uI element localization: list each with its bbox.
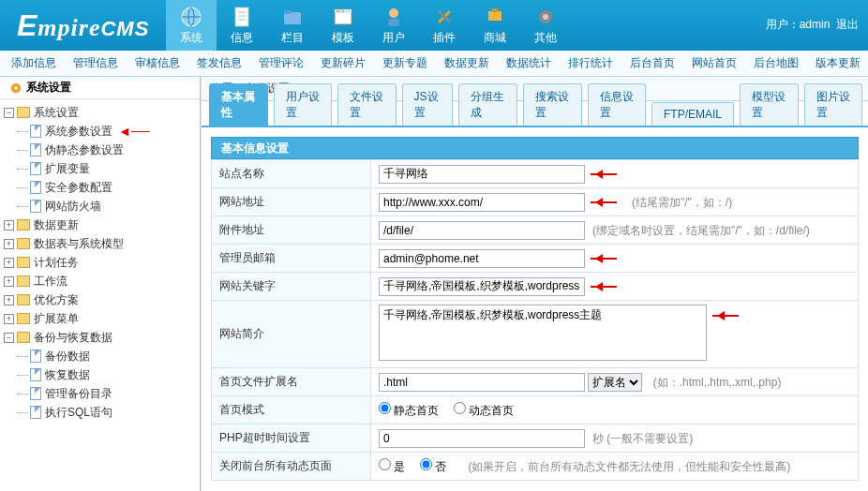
svg-rect-15: [492, 8, 498, 12]
top-menu: 系统 信息 栏目 模板 用户 插件 商城 其他: [166, 0, 571, 51]
input-sitename[interactable]: [379, 165, 585, 184]
tree-leaf[interactable]: 恢复数据: [17, 365, 200, 384]
folder-icon: [279, 6, 306, 28]
expand-icon[interactable]: +: [4, 220, 14, 231]
label-sitename: 站点名称: [212, 160, 371, 188]
svg-point-11: [342, 10, 344, 12]
radio-close-no[interactable]: 否: [420, 460, 446, 473]
folder-icon: [17, 219, 30, 231]
input-keywords[interactable]: [379, 277, 585, 296]
expand-icon[interactable]: +: [4, 295, 14, 305]
logout-link[interactable]: 退出: [836, 18, 859, 31]
tree-root[interactable]: +工作流: [4, 272, 200, 290]
tree-leaf[interactable]: 伪静态参数设置: [17, 141, 200, 159]
subnav-item[interactable]: 审核信息: [135, 55, 180, 71]
input-description[interactable]: [379, 305, 707, 361]
radio-dynamic[interactable]: 动态首页: [454, 404, 514, 417]
subnav-item[interactable]: 版本更新: [816, 55, 861, 71]
label-adminemail: 管理员邮箱: [212, 245, 371, 273]
menu-other[interactable]: 其他: [520, 0, 571, 51]
input-indexext[interactable]: [379, 373, 585, 392]
input-adminemail[interactable]: [379, 249, 585, 268]
tree-leaf[interactable]: 管理备份目录: [17, 384, 200, 403]
input-phptimeout[interactable]: [379, 429, 585, 448]
subnav-item[interactable]: 管理信息: [73, 55, 118, 71]
settings-tabs: 基本属性用户设置文件设置JS设置分组生成搜索设置信息设置FTP/EMAIL模型设…: [202, 101, 868, 127]
tab-8[interactable]: 模型设置: [740, 83, 799, 126]
menu-user[interactable]: 用户: [368, 0, 419, 51]
tree-leaf[interactable]: 网站防火墙: [17, 197, 200, 216]
tree-leaf[interactable]: 备份数据: [17, 347, 200, 365]
radio-static[interactable]: 静态首页: [379, 404, 439, 417]
tab-6[interactable]: 信息设置: [588, 83, 647, 126]
header-bar: EmpireCMS 系统 信息 栏目 模板 用户 插件 商城: [0, 0, 868, 51]
menu-column[interactable]: 栏目: [267, 0, 318, 51]
settings-icon: [9, 82, 22, 95]
select-ext[interactable]: 扩展名: [588, 373, 642, 392]
subnav-item[interactable]: 后台地图: [754, 55, 799, 71]
radio-close-yes[interactable]: 是: [379, 460, 405, 473]
tab-4[interactable]: 分组生成: [458, 83, 517, 126]
menu-shop[interactable]: 商城: [470, 0, 520, 51]
subnav-item[interactable]: 数据更新: [444, 55, 489, 71]
tab-9[interactable]: 图片设置: [804, 83, 863, 126]
tab-1[interactable]: 用户设置: [274, 83, 333, 126]
svg-point-19: [14, 86, 18, 90]
input-siteurl[interactable]: [379, 193, 585, 212]
svg-rect-13: [388, 19, 399, 26]
menu-system[interactable]: 系统: [166, 0, 217, 51]
subnav-item[interactable]: 添加信息: [11, 55, 56, 71]
settings-form: 站点名称 网站地址 (结尾需加"/"，如：/) 附件地址 (绑定域名时设置，结尾…: [211, 159, 859, 481]
svg-rect-6: [284, 10, 292, 14]
tab-0[interactable]: 基本属性: [209, 83, 268, 126]
svg-point-10: [339, 10, 341, 12]
tree-root[interactable]: +扩展菜单: [4, 309, 200, 328]
gear-icon: [532, 6, 559, 28]
tree-leaf[interactable]: 扩展变量: [17, 159, 200, 178]
menu-template[interactable]: 模板: [318, 0, 368, 51]
tree-root[interactable]: +数据表与系统模型: [4, 234, 200, 253]
collapse-icon[interactable]: −: [4, 108, 14, 118]
expand-icon[interactable]: +: [4, 258, 14, 268]
expand-icon[interactable]: +: [4, 314, 14, 324]
page-icon: [30, 125, 41, 138]
subnav-item[interactable]: 更新专题: [382, 55, 427, 71]
subnav-item[interactable]: 数据统计: [506, 55, 551, 71]
tree-root-sysset[interactable]: − 系统设置: [4, 103, 200, 122]
tree-root-backup[interactable]: − 备份与恢复数据: [4, 328, 200, 347]
tree-root[interactable]: +数据更新: [4, 216, 200, 234]
tree-leaf[interactable]: 系统参数设置◄──: [17, 122, 200, 141]
svg-point-9: [337, 10, 338, 12]
tree-leaf[interactable]: 安全参数配置: [17, 178, 200, 197]
tab-7[interactable]: FTP/EMAIL: [651, 102, 734, 126]
subnav-item[interactable]: 管理评论: [259, 55, 304, 71]
page-icon: [30, 368, 41, 381]
tab-2[interactable]: 文件设置: [337, 83, 397, 126]
expand-icon[interactable]: +: [4, 239, 14, 249]
subnav-item[interactable]: 更新碎片: [321, 55, 366, 71]
svg-point-12: [389, 8, 398, 18]
globe-icon: [178, 6, 204, 28]
label-closefront: 关闭前台所有动态页面: [212, 453, 371, 481]
subnav-item[interactable]: 后台首页: [630, 55, 675, 71]
tree-root[interactable]: +优化方案: [4, 290, 200, 309]
menu-plugin[interactable]: 插件: [419, 0, 470, 51]
collapse-icon[interactable]: −: [4, 333, 14, 343]
subnav-item[interactable]: 网站首页: [692, 55, 737, 71]
section-title: 基本信息设置: [211, 137, 859, 159]
svg-rect-1: [235, 7, 248, 26]
expand-icon[interactable]: +: [4, 276, 14, 287]
subnav-item[interactable]: 排行统计: [568, 55, 613, 71]
label-phptimeout: PHP超时时间设置: [212, 424, 371, 453]
tab-5[interactable]: 搜索设置: [523, 83, 582, 126]
tree-root[interactable]: +计划任务: [4, 253, 200, 272]
tree-leaf[interactable]: 执行SQL语句: [17, 403, 200, 422]
input-attachurl[interactable]: [379, 221, 585, 240]
tab-3[interactable]: JS设置: [402, 83, 454, 126]
annotation-arrow: ◄──: [118, 124, 150, 139]
label-description: 网站简介: [212, 301, 371, 368]
folder-icon: [17, 294, 30, 305]
menu-info[interactable]: 信息: [217, 0, 267, 51]
label-indexmode: 首页模式: [212, 396, 371, 424]
subnav-item[interactable]: 签发信息: [197, 55, 242, 71]
